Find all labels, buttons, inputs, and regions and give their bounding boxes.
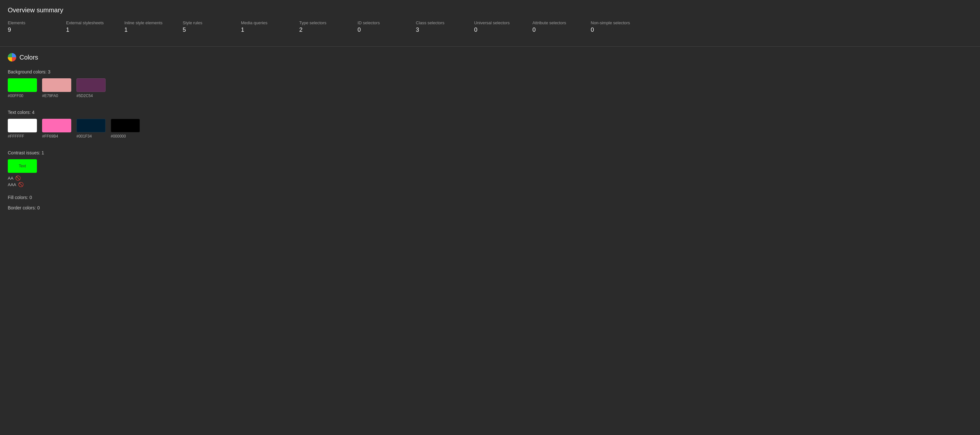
color-hex: #E79FA0: [42, 94, 58, 98]
metric-label: Class selectors: [416, 21, 461, 25]
contrast-check-label: AA: [8, 176, 13, 181]
metric-label: Elements: [8, 21, 53, 25]
border-colors-section: Border colors: 0: [8, 205, 972, 210]
contrast-preview: Text: [8, 159, 37, 173]
background-color-swatches: #00FF00 #E79FA0 #5D2C54: [8, 78, 972, 102]
metric-label: Universal selectors: [474, 21, 519, 25]
color-swatch: [42, 78, 71, 92]
metric-label: Media queries: [241, 21, 286, 25]
metric-value: 0: [591, 27, 636, 33]
color-swatch: [76, 119, 106, 132]
contrast-check-row: AA🚫: [8, 175, 972, 181]
fail-icon: 🚫: [18, 182, 24, 187]
color-hex: #FFFFFF: [8, 134, 24, 138]
background-colors-label: Background colors: 3: [8, 69, 972, 75]
fail-icon: 🚫: [15, 175, 21, 181]
metric-value: 9: [8, 27, 53, 33]
colors-section: Colors Background colors: 3 #00FF00 #E79…: [0, 47, 980, 223]
metric-item: Style rules 5: [183, 21, 228, 33]
metric-label: Attribute selectors: [533, 21, 578, 25]
metric-label: Inline style elements: [124, 21, 170, 25]
contrast-check-row: AAA🚫: [8, 182, 972, 187]
colors-icon: [8, 53, 16, 62]
metric-item: Universal selectors 0: [474, 21, 519, 33]
metric-label: ID selectors: [358, 21, 403, 25]
color-swatch-group: #5D2C54: [76, 78, 106, 98]
metric-label: Style rules: [183, 21, 228, 25]
color-hex: #000000: [111, 134, 126, 138]
metric-item: Elements 9: [8, 21, 53, 33]
metric-value: 1: [241, 27, 286, 33]
metric-item: Type selectors 2: [299, 21, 345, 33]
metric-item: Class selectors 3: [416, 21, 461, 33]
metric-value: 1: [66, 27, 111, 33]
color-swatch-group: #000000: [111, 119, 140, 138]
color-hex: #00FF00: [8, 94, 23, 98]
metric-label: Non-simple selectors: [591, 21, 636, 25]
color-swatch-group: #00FF00: [8, 78, 37, 98]
color-swatch: [111, 119, 140, 132]
metric-value: 3: [416, 27, 461, 33]
contrast-checks: AA🚫AAA🚫: [8, 175, 972, 187]
contrast-section: Contrast issues: 1 Text AA🚫AAA🚫: [8, 150, 972, 187]
metric-label: Type selectors: [299, 21, 345, 25]
metric-item: Inline style elements 1: [124, 21, 170, 33]
text-color-swatches: #FFFFFF #FF69B4 #001F34 #000000: [8, 119, 972, 143]
text-colors-subsection: Text colors: 4 #FFFFFF #FF69B4 #001F34 #…: [8, 110, 972, 143]
metric-value: 2: [299, 27, 345, 33]
metrics-grid: Elements 9 External stylesheets 1 Inline…: [8, 21, 972, 38]
metric-value: 5: [183, 27, 228, 33]
fill-colors-label: Fill colors: 0: [8, 195, 972, 200]
color-swatch-group: #FF69B4: [42, 119, 71, 138]
background-colors-subsection: Background colors: 3 #00FF00 #E79FA0 #5D…: [8, 69, 972, 102]
metric-value: 0: [358, 27, 403, 33]
color-swatch-group: #FFFFFF: [8, 119, 37, 138]
color-swatch-group: #001F34: [76, 119, 106, 138]
fill-colors-section: Fill colors: 0: [8, 195, 972, 200]
color-hex: #001F34: [76, 134, 92, 138]
color-swatch: [8, 78, 37, 92]
metric-value: 0: [533, 27, 578, 33]
border-colors-label: Border colors: 0: [8, 205, 972, 210]
color-swatch: [76, 78, 106, 92]
color-hex: #5D2C54: [76, 94, 93, 98]
metric-item: ID selectors 0: [358, 21, 403, 33]
metric-value: 1: [124, 27, 170, 33]
color-hex: #FF69B4: [42, 134, 58, 138]
metric-item: Non-simple selectors 0: [591, 21, 636, 33]
colors-title: Colors: [8, 53, 972, 62]
metric-item: Attribute selectors 0: [533, 21, 578, 33]
colors-title-text: Colors: [19, 54, 38, 61]
color-swatch: [8, 119, 37, 132]
color-swatch-group: #E79FA0: [42, 78, 71, 98]
metric-value: 0: [474, 27, 519, 33]
metric-item: External stylesheets 1: [66, 21, 111, 33]
color-swatch: [42, 119, 71, 132]
overview-title: Overview summary: [8, 6, 972, 14]
contrast-check-label: AAA: [8, 182, 16, 187]
text-colors-label: Text colors: 4: [8, 110, 972, 115]
metric-item: Media queries 1: [241, 21, 286, 33]
contrast-issues-label: Contrast issues: 1: [8, 150, 972, 156]
metric-label: External stylesheets: [66, 21, 111, 25]
overview-section: Overview summary Elements 9 External sty…: [0, 0, 980, 46]
